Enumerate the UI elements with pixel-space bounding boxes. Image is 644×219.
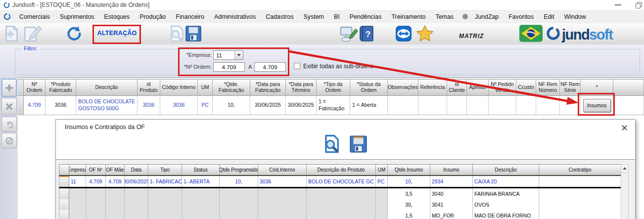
add-row-button[interactable] — [1, 79, 17, 97]
orders-cell[interactable]: Insumos — [581, 96, 613, 115]
insumos-cell[interactable]: 3036 — [258, 176, 307, 187]
insumos-button[interactable]: Insumos — [583, 99, 611, 112]
matriz-label: MATRIZ — [459, 33, 484, 40]
orders-cell[interactable]: 10, — [213, 96, 250, 115]
insumos-table: EmpresaOF NºOF MãeDataTipoStatusQtde.Pro… — [59, 164, 621, 219]
save-icon[interactable] — [184, 25, 202, 44]
ordem-from-input[interactable] — [213, 62, 245, 72]
preview-icon[interactable] — [321, 133, 342, 156]
restore-icon[interactable] — [636, 2, 642, 8]
orders-column-header — [613, 80, 644, 96]
app-icon — [3, 1, 10, 8]
insumos-cell[interactable]: 11 — [69, 176, 86, 187]
status-dot-icon — [462, 14, 468, 19]
insumos-cell[interactable]: 3041 — [430, 199, 473, 210]
menu-item-temas[interactable]: Temas — [431, 13, 459, 20]
chevron-down-icon[interactable] — [234, 51, 243, 59]
orders-cell[interactable]: 4.709 — [24, 96, 46, 115]
insumos-cell — [376, 210, 388, 219]
insumos-cell — [182, 199, 220, 210]
insumos-cell[interactable]: 1,5 — [388, 210, 430, 219]
orders-cell[interactable]: 30/06/2025 — [250, 96, 286, 115]
vertical-scrollbar[interactable] — [621, 164, 629, 219]
insumos-cell[interactable]: 4.709 — [86, 176, 106, 187]
menu-item-treinamento[interactable]: Treinamento — [386, 13, 430, 20]
menu-item-administrativos[interactable]: Administrativos — [209, 13, 261, 20]
orders-column-header — [18, 80, 24, 96]
refresh-icon[interactable] — [65, 25, 82, 44]
insumos-cell[interactable]: 3040 — [430, 188, 473, 199]
insumos-cell[interactable]: BOLO DE CHOCOLATE GC — [307, 176, 376, 187]
insumos-column-header: Contratipo — [539, 165, 621, 175]
orders-cell[interactable]: 1 = Aberta — [350, 96, 388, 115]
orders-cell[interactable]: 3036 — [160, 96, 198, 115]
orders-cell[interactable]: 3036 — [46, 96, 76, 115]
orders-cell — [489, 96, 516, 115]
insumos-cell[interactable]: PC — [376, 176, 388, 187]
insumos-cell — [539, 210, 621, 219]
menu-item-jundzap[interactable]: JundZap — [470, 13, 504, 20]
insumos-cell[interactable]: FARINHA BRANCA — [473, 188, 539, 199]
menu-item-edit[interactable]: Edit — [539, 13, 559, 20]
delete-row-button[interactable] — [1, 98, 17, 115]
undo-button[interactable] — [1, 117, 17, 132]
orders-cell[interactable]: BOLO DE CHOCOLATE GOSTOSO 500G — [76, 96, 138, 115]
orders-cell[interactable]: 3036 — [138, 96, 160, 115]
menu-item-producao[interactable]: Produção — [135, 13, 171, 20]
menu-items: ComerciaisSuprimentosEstoquesProduçãoFin… — [14, 13, 591, 20]
menu-item-system[interactable]: System — [299, 13, 329, 20]
teamviewer-icon[interactable] — [395, 25, 412, 44]
insumos-cell — [125, 188, 148, 199]
orders-cell[interactable]: 1 = Fabricação — [317, 96, 350, 115]
cancel-button[interactable] — [1, 133, 17, 148]
insumos-cell — [125, 210, 148, 219]
orders-column-header: id Produto — [138, 80, 160, 96]
ordem-to-input[interactable] — [254, 62, 286, 72]
insumos-cell — [182, 188, 220, 199]
insumos-cell[interactable]: 10, — [388, 176, 430, 187]
menu-item-favoritos[interactable]: Favoritos — [504, 13, 539, 20]
app-icon — [3, 13, 11, 20]
save-icon[interactable] — [349, 134, 368, 156]
preview-icon[interactable] — [167, 24, 186, 45]
favorites-star-icon[interactable] — [416, 25, 434, 44]
insumos-cell[interactable]: 10, — [220, 176, 258, 187]
insumos-cell[interactable]: MO_FOR — [430, 210, 473, 219]
insumos-cell — [220, 210, 258, 219]
insumos-cell — [307, 199, 376, 210]
insumos-cell[interactable]: 30/06/2025 — [125, 176, 148, 187]
orders-column-header: *Produto Fabricado — [46, 80, 76, 96]
menu-item-financeiro[interactable]: Financeiro — [171, 13, 209, 20]
range-separator-label: A — [248, 64, 252, 70]
show-suborders-checkbox[interactable] — [294, 63, 300, 69]
edit-icon[interactable] — [23, 24, 42, 45]
insumos-cell — [59, 176, 69, 187]
orders-column-header: *Qtde. Fabricação — [213, 80, 250, 96]
new-icon[interactable] — [2, 24, 21, 45]
insumos-cell[interactable]: 1- ABERTA — [182, 176, 220, 187]
orders-cell[interactable]: 30/06/2025 — [286, 96, 317, 115]
empresa-combobox[interactable]: 11 — [213, 50, 243, 60]
menu-item-cadastros[interactable]: Cadastros — [261, 13, 298, 20]
insumos-cell[interactable]: OVOS — [473, 199, 539, 210]
insumos-cell[interactable]: MAO DE OBRA FORNO — [473, 210, 539, 219]
menu-item-window[interactable]: Window — [559, 13, 591, 20]
insumos-cell[interactable]: 3,5 — [388, 188, 430, 199]
menu-item-suprimentos[interactable]: Suprimentos — [55, 13, 99, 20]
minimize-icon[interactable] — [615, 4, 621, 5]
scroll-up-icon[interactable] — [621, 165, 628, 173]
menu-item-estoques[interactable]: Estoques — [99, 13, 135, 20]
orders-cell[interactable]: PC — [198, 96, 213, 115]
orders-column-header: Nº Ordem — [24, 80, 46, 96]
insumos-cell[interactable]: 1- FABRICACAO — [148, 176, 182, 187]
insumos-cell[interactable]: 4.709 — [106, 176, 125, 187]
menu-item-pendencias[interactable]: Pendências — [345, 13, 387, 20]
config-icon[interactable] — [339, 25, 358, 45]
menu-item-comerciais[interactable]: Comerciais — [14, 13, 55, 20]
insumos-cell[interactable]: CAIXA 20 — [473, 176, 539, 187]
insumos-cell[interactable]: 30, — [388, 199, 430, 210]
menu-item-bi[interactable]: BI — [329, 13, 345, 20]
insumos-cell[interactable]: 2934 — [430, 176, 473, 187]
close-icon[interactable] — [619, 122, 630, 133]
help-icon[interactable]: ? — [358, 25, 376, 44]
